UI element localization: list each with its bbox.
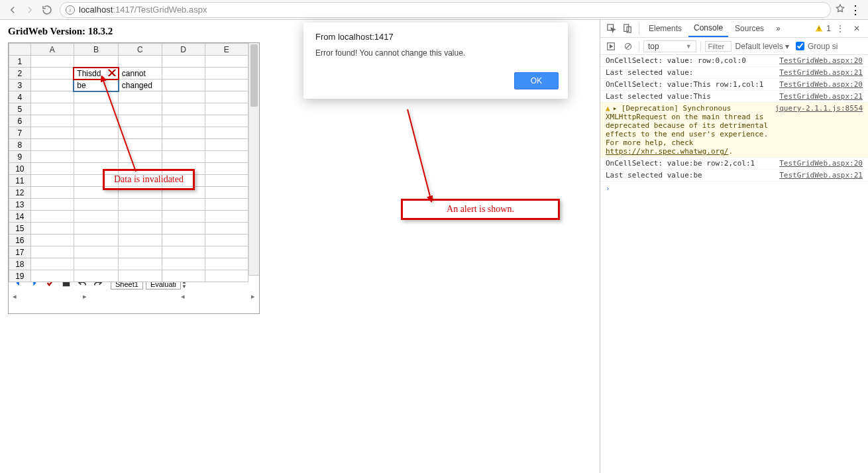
forward-button[interactable] (21, 2, 38, 18)
row-header[interactable]: 1 (9, 56, 31, 68)
console-output[interactable]: OnCellSelect: value: row:0,col:0TestGrid… (600, 55, 868, 473)
row-header[interactable]: 13 (9, 199, 31, 211)
cell[interactable] (30, 139, 74, 151)
cell[interactable] (74, 211, 118, 223)
cell[interactable] (74, 246, 118, 258)
cell[interactable] (205, 246, 248, 258)
cell[interactable] (119, 270, 162, 282)
tab-console[interactable]: Console (688, 20, 728, 37)
row-header[interactable]: 4 (9, 91, 31, 103)
cell[interactable] (30, 115, 74, 127)
device-icon[interactable] (620, 21, 635, 36)
corner-cell[interactable] (9, 44, 31, 56)
cell[interactable] (162, 223, 205, 235)
cell[interactable] (205, 163, 248, 175)
cell[interactable] (162, 246, 205, 258)
cell[interactable] (162, 139, 205, 151)
cell[interactable] (205, 151, 248, 163)
cell[interactable] (119, 199, 162, 211)
cell[interactable] (30, 199, 74, 211)
row-header[interactable]: 9 (9, 151, 31, 163)
row-header[interactable]: 5 (9, 103, 31, 115)
cell[interactable] (30, 270, 74, 282)
row-header[interactable]: 16 (9, 235, 31, 246)
cell[interactable] (162, 258, 205, 270)
reload-button[interactable] (38, 2, 56, 18)
context-select[interactable]: top (643, 40, 696, 52)
cell[interactable] (119, 56, 162, 68)
horizontal-scrollbar[interactable]: ◂▸◂▸ (9, 292, 259, 301)
menu-button[interactable]: ⋮ (845, 3, 864, 17)
address-bar[interactable]: i localhost :1417/TestGridWeb.aspx (60, 2, 831, 18)
cell[interactable] (30, 235, 74, 246)
cell[interactable] (30, 223, 74, 235)
console-prompt[interactable]: › (600, 182, 868, 195)
levels-select[interactable]: Default levels ▾ (735, 42, 789, 51)
cell[interactable] (205, 127, 248, 139)
cell[interactable] (205, 258, 248, 270)
console-line[interactable]: OnCellSelect: value: row:0,col:0TestGrid… (600, 55, 868, 67)
group-checkbox[interactable]: Group si (793, 40, 838, 52)
cell[interactable] (162, 211, 205, 223)
cell[interactable] (205, 56, 248, 68)
cell[interactable] (205, 187, 248, 199)
cell[interactable] (162, 270, 205, 282)
row-header[interactable]: 6 (9, 115, 31, 127)
cell[interactable] (205, 199, 248, 211)
row-header[interactable]: 14 (9, 211, 31, 223)
cell[interactable] (205, 175, 248, 187)
cell[interactable] (162, 91, 205, 103)
cell[interactable] (119, 235, 162, 246)
devtools-close-icon[interactable]: ✕ (849, 24, 864, 33)
cell[interactable] (205, 68, 248, 79)
filter-input[interactable] (705, 41, 732, 52)
cell[interactable] (30, 103, 74, 115)
cell[interactable] (205, 235, 248, 246)
cell[interactable] (205, 103, 248, 115)
row-header[interactable]: 19 (9, 270, 31, 282)
cell[interactable] (205, 211, 248, 223)
alert-ok-button[interactable]: OK (514, 72, 559, 89)
console-source-link[interactable]: TestGridWeb.aspx:20 (775, 56, 863, 65)
cell[interactable] (205, 270, 248, 282)
cell[interactable] (162, 56, 205, 68)
cell[interactable] (30, 79, 74, 91)
row-header[interactable]: 15 (9, 223, 31, 235)
cell[interactable] (119, 258, 162, 270)
cell[interactable] (162, 199, 205, 211)
cell[interactable] (205, 91, 248, 103)
site-info-icon[interactable]: i (66, 5, 75, 15)
cell[interactable] (205, 139, 248, 151)
clear-console-icon[interactable] (622, 40, 635, 53)
row-header[interactable]: 10 (9, 163, 31, 175)
cell[interactable] (162, 127, 205, 139)
console-source-link[interactable]: TestGridWeb.aspx:21 (775, 92, 863, 101)
scroll-thumb[interactable] (250, 44, 258, 107)
cell[interactable] (30, 68, 74, 79)
row-header[interactable]: 2 (9, 68, 31, 79)
col-header[interactable]: A (30, 44, 74, 56)
tab-elements[interactable]: Elements (643, 21, 687, 36)
vertical-scrollbar[interactable] (248, 43, 259, 275)
cell[interactable] (162, 103, 205, 115)
cell[interactable] (30, 175, 74, 187)
row-header[interactable]: 12 (9, 187, 31, 199)
cell[interactable] (74, 199, 118, 211)
row-header[interactable]: 8 (9, 139, 31, 151)
cell[interactable] (30, 163, 74, 175)
console-source-link[interactable]: TestGridWeb.aspx:20 (775, 159, 863, 168)
cell[interactable] (74, 235, 118, 246)
console-line[interactable]: ▲▸ [Deprecation] Synchronous XMLHttpRequ… (600, 103, 868, 158)
cell[interactable] (30, 187, 74, 199)
console-play-icon[interactable] (604, 40, 618, 53)
tab-more[interactable]: » (771, 21, 786, 36)
col-header[interactable]: C (119, 44, 162, 56)
console-source-link[interactable]: TestGridWeb.aspx:20 (775, 80, 863, 89)
dock-menu-icon[interactable]: ⋮ (832, 24, 848, 33)
cell[interactable] (119, 211, 162, 223)
row-header[interactable]: 17 (9, 246, 31, 258)
row-header[interactable]: 11 (9, 175, 31, 187)
cell[interactable] (30, 211, 74, 223)
cell[interactable] (30, 246, 74, 258)
console-source-link[interactable]: jquery-2.1.1.js:8554 (771, 104, 863, 156)
